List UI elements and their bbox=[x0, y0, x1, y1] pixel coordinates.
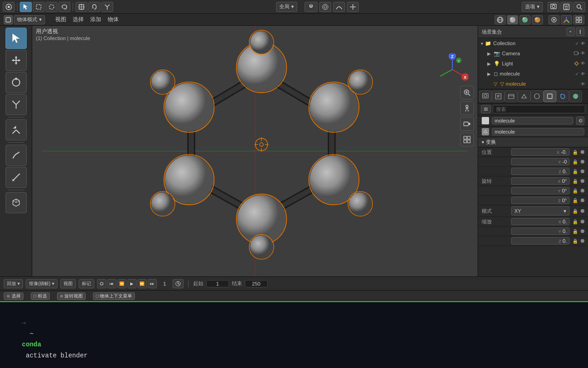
viewport-shading-wire[interactable] bbox=[495, 15, 506, 24]
3d-gizmo[interactable]: Z X Y bbox=[436, 53, 468, 86]
global-dropdown[interactable]: 全局 ▾ bbox=[276, 2, 297, 12]
tl-end-frame[interactable] bbox=[245, 280, 268, 287]
tab-material[interactable] bbox=[569, 90, 582, 102]
tl-prev-frame-btn[interactable]: ⏪ bbox=[117, 279, 127, 288]
tab-scene[interactable] bbox=[518, 90, 530, 102]
camera-view-btn[interactable] bbox=[460, 117, 474, 131]
scale-x-lock[interactable]: 🔒 bbox=[572, 219, 578, 224]
tl-marker-btn[interactable]: 标记 bbox=[79, 279, 94, 288]
options-dropdown[interactable]: 选项 ▾ bbox=[522, 2, 543, 12]
position-z-dot[interactable] bbox=[581, 169, 584, 173]
tl-play-btn[interactable]: ▶ bbox=[127, 279, 137, 288]
scale-y-lock[interactable]: 🔒 bbox=[572, 229, 578, 234]
position-x-dot[interactable] bbox=[581, 150, 584, 154]
transform-section-header[interactable]: ▾ 变换 bbox=[478, 137, 588, 147]
rotate-view-key[interactable]: ⊙ 旋转视图 bbox=[57, 292, 86, 300]
transform-tool[interactable] bbox=[6, 119, 27, 140]
outliner-item-camera[interactable]: ▶ 📷 Camera 👁 bbox=[478, 48, 588, 58]
context-menu-key[interactable]: □ 物体上下文菜单 bbox=[93, 292, 135, 300]
tl-fps-btn[interactable] bbox=[173, 279, 184, 288]
scale-x-value[interactable]: X 0. bbox=[511, 218, 570, 225]
scale-btn[interactable] bbox=[101, 2, 113, 12]
scale-y-dot[interactable] bbox=[581, 229, 584, 233]
new-scene-btn[interactable]: + bbox=[566, 28, 575, 36]
rotation-mode-lock[interactable]: 🔒 bbox=[572, 209, 578, 214]
outliner-item-collection[interactable]: ▾ 📁 Collection ✓ 👁 bbox=[478, 38, 588, 48]
snap-grid-btn[interactable] bbox=[573, 15, 584, 24]
rotation-z-dot[interactable] bbox=[581, 199, 584, 202]
overlay-btn[interactable] bbox=[548, 15, 559, 24]
outliner-item-light[interactable]: ▶ 💡 Light 👁 bbox=[478, 58, 588, 69]
rotation-y-lock[interactable]: 🔒 bbox=[572, 188, 578, 193]
cursor-tool-btn[interactable] bbox=[20, 2, 32, 12]
scale-x-dot[interactable] bbox=[581, 220, 584, 223]
scale-tool[interactable] bbox=[6, 94, 27, 115]
cursor-tool[interactable] bbox=[6, 28, 27, 49]
light-eye[interactable]: 👁 bbox=[581, 61, 585, 66]
object-mode-dropdown[interactable]: 物体模式 ▾ bbox=[14, 15, 45, 24]
tl-keyframe-btn[interactable]: 抠像(插帧) ▾ bbox=[26, 279, 58, 288]
walk-mode-btn[interactable] bbox=[460, 101, 474, 115]
tab-object[interactable] bbox=[543, 90, 556, 102]
mesh-name-input[interactable] bbox=[492, 128, 584, 135]
select-key[interactable]: ⊙ 选择 bbox=[4, 292, 23, 300]
zoom-to-fit-btn[interactable] bbox=[460, 86, 474, 99]
object-name-input[interactable] bbox=[492, 117, 573, 124]
tl-view-btn[interactable]: 视图 bbox=[60, 279, 76, 288]
scale-z-lock[interactable]: 🔒 bbox=[572, 239, 578, 244]
molecule-eye[interactable]: 👁 bbox=[581, 71, 585, 76]
viewport-3d[interactable]: 用户透视 (1) Collection | molecule bbox=[32, 26, 478, 276]
rotation-z-value[interactable]: Z 0° bbox=[511, 197, 570, 204]
tab-view-layer[interactable] bbox=[505, 90, 518, 102]
tl-marker-btn-small[interactable] bbox=[97, 279, 106, 288]
tl-next-frame-btn[interactable]: ⏩ bbox=[138, 279, 147, 288]
search-btn[interactable] bbox=[573, 2, 585, 12]
prop-menu-btn[interactable] bbox=[481, 105, 491, 113]
menu-add[interactable]: 添加 bbox=[87, 15, 104, 24]
camera-eye[interactable]: 👁 bbox=[581, 51, 585, 56]
molecule-canvas[interactable] bbox=[32, 26, 478, 276]
rotate-tool[interactable] bbox=[6, 72, 27, 93]
tab-modifier[interactable] bbox=[556, 90, 569, 102]
outliner-item-molecule[interactable]: ▶ ◻ molecule ✓ 👁 bbox=[478, 69, 588, 79]
rotate-btn[interactable] bbox=[88, 2, 100, 12]
menu-object[interactable]: 物体 bbox=[105, 15, 121, 24]
tl-jump-start-btn[interactable]: ⏮ bbox=[107, 279, 116, 288]
scale-z-value[interactable]: Z 0. bbox=[511, 237, 570, 245]
object-link-btn[interactable] bbox=[576, 117, 584, 125]
rotation-mode-select[interactable]: XY ▾ bbox=[511, 206, 570, 216]
position-z-value[interactable]: Z 0. bbox=[511, 168, 570, 175]
gizmo-btn[interactable] bbox=[561, 15, 572, 24]
select-box-btn[interactable] bbox=[33, 2, 45, 12]
rotation-z-lock[interactable]: 🔒 bbox=[572, 198, 578, 203]
tab-world[interactable] bbox=[530, 90, 543, 102]
move-tool[interactable] bbox=[6, 50, 27, 71]
snap-magnet-btn[interactable] bbox=[305, 2, 317, 12]
rotation-x-lock[interactable]: 🔒 bbox=[572, 179, 578, 184]
select-circle-btn[interactable] bbox=[46, 2, 58, 12]
molecule-active-eye[interactable]: 👁 bbox=[581, 82, 585, 87]
position-y-dot[interactable] bbox=[581, 160, 584, 164]
position-x-value[interactable]: X -0. bbox=[511, 148, 570, 156]
scene-props-btn[interactable] bbox=[576, 28, 584, 36]
rotation-x-value[interactable]: X 0° bbox=[511, 177, 570, 185]
annotate-tool[interactable] bbox=[6, 145, 27, 166]
viewport-shading-material[interactable] bbox=[519, 15, 530, 24]
grid-view-btn[interactable] bbox=[460, 133, 474, 146]
position-y-lock[interactable]: 🔒 bbox=[572, 159, 578, 164]
menu-select[interactable]: 选择 bbox=[70, 15, 86, 24]
scale-z-dot[interactable] bbox=[581, 239, 584, 243]
render-btn[interactable] bbox=[548, 2, 559, 12]
tl-jump-end-btn[interactable]: ⏭ bbox=[148, 279, 157, 288]
falloff-btn[interactable] bbox=[333, 2, 345, 12]
tl-start-frame[interactable] bbox=[206, 280, 229, 287]
position-x-lock[interactable]: 🔒 bbox=[572, 150, 578, 155]
rotation-x-dot[interactable] bbox=[581, 179, 584, 183]
collection-checkbox[interactable]: ✓ bbox=[575, 41, 579, 46]
viewport-shading-solid[interactable] bbox=[507, 15, 518, 24]
molecule-checkbox[interactable]: ✓ bbox=[575, 71, 579, 76]
tab-render[interactable] bbox=[479, 90, 492, 102]
viewport-shading-rendered[interactable] bbox=[532, 15, 543, 24]
rotation-y-value[interactable]: Y 0° bbox=[511, 187, 570, 194]
proportional-btn[interactable] bbox=[319, 2, 331, 12]
